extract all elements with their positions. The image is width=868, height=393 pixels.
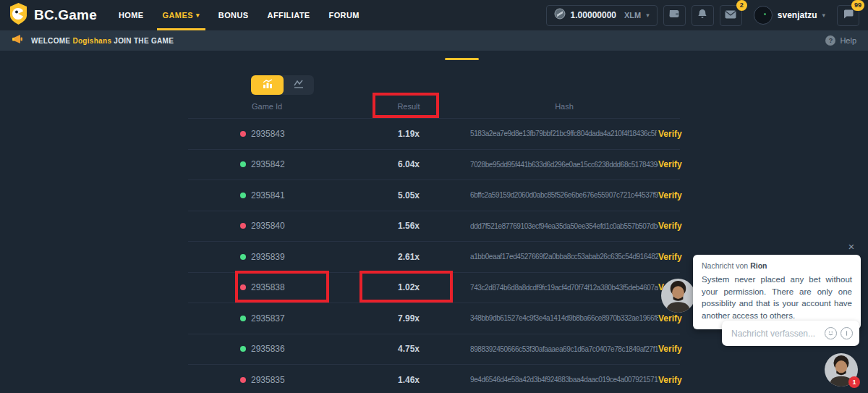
game-id: 2935843 [251, 129, 285, 139]
emoji-icon[interactable] [825, 327, 837, 339]
status-dot [240, 316, 246, 321]
verify-link[interactable]: Verify [658, 375, 680, 385]
chat-message-body: System never placed any bet without your… [702, 274, 852, 322]
messages-badge: 2 [736, 0, 747, 11]
game-id: 2935841 [251, 190, 285, 200]
help-icon: ? [825, 35, 835, 46]
nav-forum[interactable]: FORUM [329, 0, 359, 30]
game-id-cell: 2935838 [188, 282, 347, 292]
chevron-down-icon: ▾ [822, 12, 825, 19]
line-chart-view-button[interactable] [284, 75, 314, 95]
status-dot [240, 193, 246, 198]
messages-button[interactable]: 2 [720, 5, 742, 26]
verify-link[interactable]: Verify [658, 313, 680, 324]
logo-text: BC.Game [34, 7, 97, 23]
welcome-banner: WELCOME Dogishans JOIN THE GAME ? Help [0, 30, 868, 51]
game-id-cell: 2935842 [188, 159, 347, 169]
column-header-result: Result [347, 102, 470, 111]
nav-affiliate[interactable]: AFFILIATE [268, 0, 310, 30]
game-id-cell: 2935835 [188, 375, 347, 385]
verify-link[interactable]: Verify [658, 129, 680, 139]
wallet-button[interactable] [663, 5, 686, 26]
logo[interactable]: BC.Game [9, 3, 97, 28]
table-row: 2935839 2.61x a1bb0eaaf17ed4527669f2a0bb… [188, 241, 680, 272]
nav-bonus[interactable]: BONUS [218, 0, 249, 30]
page: BC.Game HOME GAMES▾ BONUS AFFILIATE FORU… [0, 0, 868, 393]
game-id: 2935840 [251, 221, 285, 231]
table-header-row: Game Id Result Hash [188, 94, 680, 118]
result-value: 1.46x [347, 375, 470, 385]
game-results-table: Game Id Result Hash 2935843 1.19x 5183a2… [188, 94, 680, 393]
avatar [754, 6, 773, 25]
game-id: 2935842 [251, 159, 285, 169]
hash-value: a1bb0eaaf17ed4527669f2a0bba8cc53abab26c6… [470, 253, 658, 261]
verify-link[interactable]: Verify [658, 252, 680, 262]
envelope-icon [725, 9, 736, 22]
table-row: 2935843 1.19x 5183a2ea7e9d8e13fb79bbf21b… [188, 118, 680, 149]
result-value: 1.02x [347, 282, 470, 292]
status-dot [240, 223, 246, 229]
table-row: 2935837 7.99x 348bb9db61527e4c9f3e4a1414… [188, 303, 680, 334]
top-navbar: BC.Game HOME GAMES▾ BONUS AFFILIATE FORU… [0, 0, 868, 30]
close-icon[interactable]: × [845, 240, 858, 253]
help-link[interactable]: ? Help [825, 35, 856, 46]
hash-value: 348bb9db61527e4c9f3e4a1414d9b8ba66ce8970… [470, 314, 658, 322]
table-body: 2935843 1.19x 5183a2ea7e9d8e13fb79bbf21b… [188, 118, 680, 393]
table-row: 2935840 1.56x ddd7f521e87769103ecf94ea35… [188, 211, 680, 242]
attachment-icon[interactable] [841, 327, 853, 339]
hash-value: 7028be95dd95f441b633d6d296e0ae15cc6238dd… [470, 161, 658, 169]
game-id: 2935835 [251, 375, 285, 385]
hash-value: 743c2d874b6d8a8dcdf9fc19acf4d70f74f12a38… [470, 284, 658, 292]
notifications-button[interactable] [692, 5, 714, 26]
chat-unread-badge: 1 [848, 376, 860, 388]
chevron-down-icon: ▾ [196, 12, 200, 19]
line-chart-icon [293, 79, 305, 92]
main-nav: HOME GAMES▾ BONUS AFFILIATE FORUM [119, 0, 359, 30]
currency-label: XLM [624, 11, 641, 20]
table-row: 2935836 4.75x 8988392450666c53f30afaaaea… [188, 334, 680, 365]
balance-selector[interactable]: 1.00000000 XLM ▾ [546, 5, 658, 26]
verify-link[interactable]: Verify [658, 221, 680, 231]
game-id-cell: 2935839 [188, 252, 347, 262]
status-dot [240, 254, 246, 260]
chat-toggle-button[interactable]: 99 [837, 5, 859, 26]
verify-link[interactable]: Verify [658, 190, 680, 200]
result-value: 5.05x [347, 190, 470, 200]
nav-games[interactable]: GAMES▾ [163, 0, 200, 30]
coin-icon [554, 8, 566, 22]
result-value: 1.56x [347, 221, 470, 231]
status-dot [240, 131, 246, 137]
game-id-cell: 2935841 [188, 190, 347, 200]
chat-launcher-avatar[interactable]: 1 [825, 353, 858, 386]
chat-input[interactable] [731, 329, 821, 339]
hash-value: 9e4d6546d4e58a42d3b4f924883baa4daac019ce… [470, 376, 658, 384]
bar-chart-view-button[interactable] [251, 75, 284, 95]
hash-value: ddd7f521e87769103ecf94ea35da50ee354efd1c… [470, 222, 658, 230]
game-id-cell: 2935840 [188, 221, 347, 231]
wallet-icon [668, 9, 680, 22]
welcome-text: WELCOME Dogishans JOIN THE GAME [31, 37, 174, 45]
view-toggle [251, 75, 314, 95]
chat-input-container [722, 321, 859, 346]
game-id: 2935837 [251, 313, 285, 324]
result-value: 2.61x [347, 252, 470, 262]
status-dot [240, 161, 246, 167]
table-row: 2935835 1.46x 9e4d6546d4e58a42d3b4f92488… [188, 364, 680, 393]
user-menu[interactable]: svenjatzu ▾ [754, 6, 825, 25]
game-id-cell: 2935836 [188, 344, 347, 354]
chat-sender-avatar [661, 279, 695, 313]
table-row: 2935841 5.05x 6bffc2a59159d2060d0abc85f5… [188, 179, 680, 211]
table-row: 2935838 1.02x 743c2d874b6d8a8dcdf9fc19ac… [188, 272, 680, 303]
hash-value: 5183a2ea7e9d8e13fb79bbf21bc9ffc804dada4a… [470, 130, 658, 138]
chat-bubble-icon [843, 9, 854, 22]
game-id: 2935839 [251, 252, 285, 262]
chat-sender-name: Rion [750, 261, 767, 270]
table-row: 2935842 6.04x 7028be95dd95f441b633d6d296… [188, 149, 680, 180]
bar-chart-icon [261, 79, 274, 92]
game-id-cell: 2935837 [188, 313, 347, 324]
nav-home[interactable]: HOME [119, 0, 144, 30]
column-header-hash: Hash [470, 102, 658, 111]
result-value: 6.04x [347, 159, 470, 169]
verify-link[interactable]: Verify [658, 344, 680, 354]
verify-link[interactable]: Verify [658, 159, 680, 169]
